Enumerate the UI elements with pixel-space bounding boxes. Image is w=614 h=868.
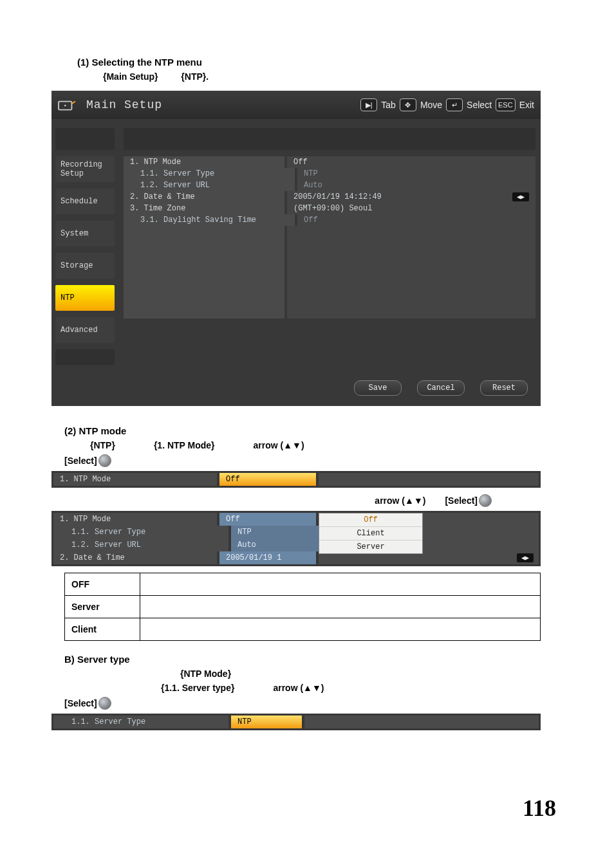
ntp-mode-strip-selected: 1. NTP Mode Off <box>51 471 541 488</box>
strip-value-server-type[interactable]: NTP <box>231 716 302 728</box>
setting-label: 1.1. Server Type <box>124 168 295 180</box>
sidebar: Recording SetupScheduleSystemStorageNTPA… <box>51 119 118 371</box>
sidebar-item-schedule[interactable]: Schedule <box>55 189 115 214</box>
left-right-arrows-icon[interactable]: ◀▶ <box>512 192 529 201</box>
token-ntp-mode-ref: {NTP Mode} <box>180 669 231 679</box>
section-1-step: {Main Setup} {NTP}. <box>103 71 563 82</box>
filler-row <box>124 226 535 237</box>
token-server-type: {1.1. Server type} <box>161 683 234 693</box>
filler-value <box>287 237 535 249</box>
esc-key-icon: ESC <box>496 98 516 111</box>
sidebar-item-advanced[interactable]: Advanced <box>55 317 115 343</box>
enter-icon <box>98 697 111 710</box>
table-value <box>140 596 541 618</box>
strip-rest <box>304 716 539 728</box>
table-row: OFF <box>65 573 541 596</box>
hint-select: Select <box>467 100 492 110</box>
sidebar-item-ntp[interactable]: NTP <box>55 285 115 311</box>
section-c-line1: {NTP Mode} <box>180 669 563 679</box>
strip-row: 1. NTP ModeOffOffClientServer <box>53 513 539 526</box>
setting-row: 3.1. Daylight Saving TimeOff <box>124 214 535 226</box>
page-number: 118 <box>0 795 556 822</box>
section-2-heading: (2) NTP mode <box>64 425 563 436</box>
setting-label: 3. Time Zone <box>124 203 284 214</box>
strip-label: 2. Date & Time <box>53 551 217 564</box>
section-c-line3: [Select] <box>64 697 563 710</box>
hint-tab: Tab <box>381 100 396 110</box>
strip-row: 1.2. Server URLAuto <box>53 539 539 551</box>
setup-title: Main Setup <box>86 98 162 111</box>
dropdown-anchor: OffClientServer <box>319 513 539 526</box>
dropdown-option[interactable]: Off <box>319 513 422 527</box>
filler-label <box>124 261 284 272</box>
dropdown-option[interactable]: Server <box>319 540 422 553</box>
filler-row <box>124 261 535 272</box>
token-ntp: {NTP} <box>90 440 115 450</box>
header-nav-hints: ▶| Tab ✥ Move ↵ Select ESC Exit <box>360 98 541 111</box>
reset-button[interactable]: Reset <box>480 380 528 396</box>
strip-row: 1.1. Server TypeNTP <box>53 526 539 539</box>
filler-row <box>124 272 535 284</box>
setting-row: 3. Time Zone(GMT+09:00) Seoul <box>124 203 535 214</box>
section-server-type-heading: B) Server type <box>64 654 563 665</box>
hint-exit: Exit <box>519 100 534 110</box>
filler-label <box>124 295 284 307</box>
sidebar-item-system[interactable]: System <box>55 221 115 246</box>
table-row: Client <box>65 618 541 641</box>
ntp-mode-description-table: OFFServerClient <box>64 573 541 641</box>
dropdown-option[interactable]: Client <box>319 527 422 540</box>
sidebar-spacer-bottom <box>55 349 115 365</box>
strip-value[interactable]: 2005/01/19 1 <box>219 551 316 564</box>
setting-value[interactable]: Off <box>297 214 535 226</box>
ntp-mode-dropdown[interactable]: OffClientServer <box>319 513 423 554</box>
sidebar-item-storage[interactable]: Storage <box>55 253 115 279</box>
table-key: Server <box>65 596 140 618</box>
strip-value[interactable]: Auto <box>231 539 328 551</box>
sidebar-item-recording-setup[interactable]: Recording Setup <box>55 156 115 182</box>
svg-point-1 <box>64 105 66 107</box>
setting-value[interactable]: 2005/01/19 14:12:49◀▶ <box>287 191 535 203</box>
cancel-button[interactable]: Cancel <box>417 380 465 396</box>
step-main-setup: {Main Setup} <box>103 71 158 82</box>
section-2-line3: arrow (▲▼) [Select] <box>51 494 492 507</box>
token-arrow-updown-2: arrow (▲▼) <box>375 495 425 506</box>
strip-value[interactable]: NTP <box>231 526 328 539</box>
table-key: Client <box>65 618 140 641</box>
enter-icon <box>479 494 492 507</box>
strip-label: 1.1. Server Type <box>53 526 228 539</box>
save-button[interactable]: Save <box>354 380 402 396</box>
filler-value <box>287 272 535 284</box>
table-value <box>140 573 541 596</box>
setup-header: Main Setup ▶| Tab ✥ Move ↵ Select ESC Ex… <box>51 91 541 119</box>
hint-move: Move <box>420 100 442 110</box>
filler-label <box>124 237 284 249</box>
content-spacer <box>124 128 535 150</box>
strip-label: 1.2. Server URL <box>53 539 228 551</box>
filler-row <box>124 295 535 307</box>
table-value <box>140 618 541 641</box>
setting-row: 1.2. Server URLAuto <box>124 180 535 191</box>
left-right-arrows-icon[interactable]: ◀▶ <box>517 553 534 562</box>
strip-label: 1. NTP Mode <box>53 513 217 526</box>
content-area: 1. NTP ModeOff1.1. Server TypeNTP1.2. Se… <box>118 119 541 371</box>
filler-value <box>287 295 535 307</box>
section-1-heading: (1) Selecting the NTP menu <box>77 57 563 68</box>
filler-row <box>124 237 535 249</box>
section-2-line2: [Select] <box>64 454 563 467</box>
filler-label <box>124 284 284 295</box>
filler-row <box>124 307 535 319</box>
strip-value-selected[interactable]: Off <box>219 473 316 486</box>
setting-value[interactable]: Off <box>287 156 535 168</box>
setting-value[interactable]: Auto <box>297 180 535 191</box>
filler-value <box>287 284 535 295</box>
strip-value[interactable]: Off <box>219 513 316 526</box>
step-ntp: {NTP}. <box>181 71 209 82</box>
setting-value[interactable]: (GMT+09:00) Seoul <box>287 203 535 214</box>
button-bar: Save Cancel Reset <box>51 371 541 406</box>
setting-row: 1. NTP ModeOff <box>124 156 535 168</box>
table-row: Server <box>65 596 541 618</box>
setting-label: 1. NTP Mode <box>124 156 284 168</box>
strip-rest <box>319 473 539 486</box>
setting-value[interactable]: NTP <box>297 168 535 180</box>
filler-label <box>124 307 284 319</box>
